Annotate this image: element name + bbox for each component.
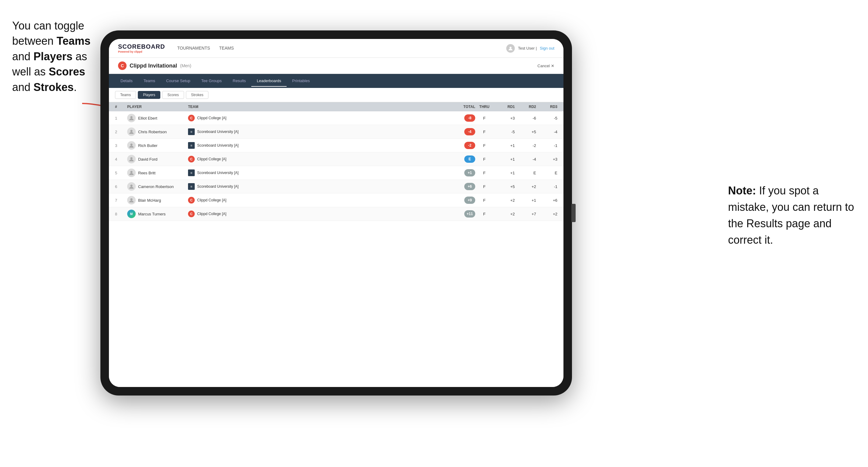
team-name: Scoreboard University [A] bbox=[197, 143, 239, 148]
right-annotation: Note: If you spot a mistake, you can ret… bbox=[728, 183, 856, 248]
nav-tournaments[interactable]: TOURNAMENTS bbox=[177, 44, 210, 52]
cell-thru: F bbox=[475, 212, 494, 216]
cell-rank: 7 bbox=[115, 198, 127, 203]
cancel-button[interactable]: Cancel ✕ bbox=[537, 64, 554, 68]
cell-rd3: +3 bbox=[536, 157, 557, 161]
svg-point-5 bbox=[130, 157, 132, 159]
tab-tee-groups[interactable]: Tee Groups bbox=[196, 75, 227, 87]
team-logo: ≡ bbox=[188, 142, 195, 149]
cell-total: +6 bbox=[448, 183, 475, 190]
cell-player: Rich Butler bbox=[127, 141, 188, 150]
cell-rank: 3 bbox=[115, 143, 127, 148]
team-name: Clippd College [A] bbox=[197, 157, 226, 161]
player-name: Blair McHarg bbox=[138, 198, 161, 203]
team-logo: ≡ bbox=[188, 169, 195, 176]
side-tab bbox=[571, 204, 576, 222]
score-badge: +1 bbox=[464, 169, 475, 177]
table-row: 5 Rees Britt ≡ Scoreboard University [A]… bbox=[109, 166, 563, 180]
player-avatar bbox=[127, 196, 136, 205]
team-logo: C bbox=[188, 156, 195, 162]
svg-point-2 bbox=[130, 116, 132, 118]
cell-rd2: +5 bbox=[515, 130, 536, 134]
toggle-teams-button[interactable]: Teams bbox=[115, 91, 136, 99]
toggle-scores-button[interactable]: Scores bbox=[162, 91, 184, 99]
svg-point-4 bbox=[130, 144, 132, 146]
tab-course-setup[interactable]: Course Setup bbox=[161, 75, 196, 87]
player-name: Rich Butler bbox=[138, 143, 158, 148]
cell-total: -8 bbox=[448, 115, 475, 122]
cell-team: C Clippd College [A] bbox=[188, 156, 448, 162]
player-avatar bbox=[127, 168, 136, 177]
score-badge: -2 bbox=[464, 142, 475, 149]
tab-teams[interactable]: Teams bbox=[138, 75, 161, 87]
tournament-gender: (Men) bbox=[180, 63, 191, 68]
tournament-name: Clippd Invitational bbox=[130, 63, 177, 69]
team-name: Clippd College [A] bbox=[197, 116, 226, 120]
player-name: Marcus Turners bbox=[138, 212, 165, 216]
col-rd3: RD3 bbox=[536, 105, 557, 109]
player-avatar bbox=[127, 114, 136, 122]
cell-rank: 2 bbox=[115, 130, 127, 134]
cell-rank: 4 bbox=[115, 157, 127, 161]
logo-area: SCOREBOARD Powered by clippd bbox=[118, 43, 165, 53]
cell-player: Rees Britt bbox=[127, 168, 188, 177]
player-name: Chris Robertson bbox=[138, 130, 167, 134]
table-row: 4 David Ford C Clippd College [A] E F +1… bbox=[109, 152, 563, 166]
cell-player: Cameron Robertson bbox=[127, 182, 188, 191]
user-icon bbox=[506, 44, 515, 53]
toggle-players-button[interactable]: Players bbox=[138, 91, 160, 99]
col-thru: THRU bbox=[475, 105, 494, 109]
tab-leaderboards[interactable]: Leaderboards bbox=[251, 75, 287, 87]
annotation-players-bold: Players bbox=[33, 50, 72, 63]
cell-rd3: -1 bbox=[536, 184, 557, 189]
col-player: PLAYER bbox=[127, 105, 188, 109]
team-name: Clippd College [A] bbox=[197, 212, 226, 216]
cell-team: C Clippd College [A] bbox=[188, 197, 448, 204]
cell-player: Elliot Ebert bbox=[127, 114, 188, 122]
cell-rd2: -2 bbox=[515, 143, 536, 148]
team-logo: C bbox=[188, 211, 195, 217]
player-avatar bbox=[127, 141, 136, 150]
nav-right: Test User | Sign out bbox=[506, 44, 554, 53]
team-logo: C bbox=[188, 115, 195, 121]
cell-total: +1 bbox=[448, 169, 475, 177]
cell-thru: F bbox=[475, 143, 494, 148]
cell-total: -2 bbox=[448, 142, 475, 149]
team-logo: ≡ bbox=[188, 128, 195, 135]
logo-subtitle: Powered by clippd bbox=[118, 50, 165, 53]
player-avatar bbox=[127, 182, 136, 191]
tablet-frame: SCOREBOARD Powered by clippd TOURNAMENTS… bbox=[100, 30, 572, 396]
user-name: Test User | bbox=[518, 46, 537, 51]
cell-team: C Clippd College [A] bbox=[188, 115, 448, 121]
team-name: Clippd College [A] bbox=[197, 198, 226, 202]
table-row: 3 Rich Butler ≡ Scoreboard University [A… bbox=[109, 139, 563, 152]
score-badge: +11 bbox=[464, 210, 475, 218]
tab-results[interactable]: Results bbox=[227, 75, 251, 87]
toggle-strokes-button[interactable]: Strokes bbox=[186, 91, 209, 99]
cell-thru: F bbox=[475, 130, 494, 134]
annotation-line2-prefix: between bbox=[12, 35, 57, 47]
cell-rd2: +1 bbox=[515, 198, 536, 203]
svg-point-6 bbox=[130, 171, 132, 173]
team-name: Scoreboard University [A] bbox=[197, 130, 239, 134]
annotation-strokes-bold: Strokes bbox=[33, 81, 74, 93]
left-annotation: You can toggle between Teams and Players… bbox=[12, 18, 94, 95]
cell-team: C Clippd College [A] bbox=[188, 211, 448, 217]
tab-printables[interactable]: Printables bbox=[287, 75, 315, 87]
cell-rd2: E bbox=[515, 171, 536, 175]
cell-rank: 1 bbox=[115, 116, 127, 121]
cell-rd2: +7 bbox=[515, 212, 536, 216]
sign-out-link[interactable]: Sign out bbox=[540, 46, 554, 51]
nav-teams[interactable]: TEAMS bbox=[219, 44, 234, 52]
cell-rd1: +3 bbox=[494, 116, 515, 121]
tab-details[interactable]: Details bbox=[115, 75, 138, 87]
table-row: 7 Blair McHarg C Clippd College [A] +9 F… bbox=[109, 193, 563, 207]
svg-point-1 bbox=[509, 46, 512, 49]
nav-links: TOURNAMENTS TEAMS bbox=[177, 44, 506, 52]
cell-rd2: -4 bbox=[515, 157, 536, 161]
col-total: TOTAL bbox=[448, 105, 475, 109]
tournament-title-area: C Clippd Invitational (Men) bbox=[118, 61, 191, 70]
cell-thru: F bbox=[475, 184, 494, 189]
team-logo: C bbox=[188, 197, 195, 204]
player-name: Elliot Ebert bbox=[138, 116, 157, 121]
